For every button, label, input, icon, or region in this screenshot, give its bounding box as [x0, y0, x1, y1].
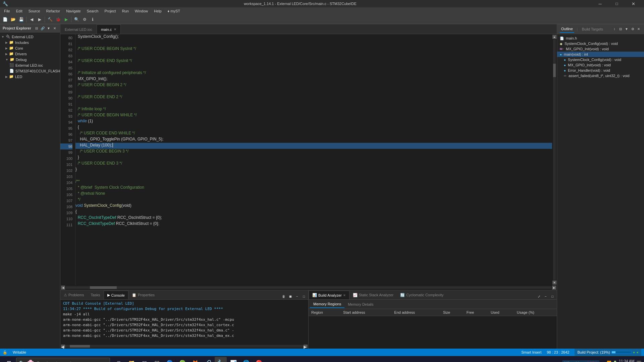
app5-btn[interactable]: 🔴 — [253, 357, 265, 362]
outline-item-assert[interactable]: ✏ assert_failed(uint8_t*, uint32_t) : vo… — [557, 73, 644, 78]
tb-debug[interactable]: 🐞 — [54, 16, 62, 23]
tree-item-core[interactable]: ▶ 📁 Core — [0, 45, 60, 51]
edge-btn[interactable]: 🔵 — [164, 357, 176, 362]
close-button[interactable]: ✕ — [626, 0, 641, 7]
scroll-down-btn[interactable]: ▼ — [552, 281, 556, 285]
tab-static-stack[interactable]: 📈 Static Stack Analyzer — [350, 291, 397, 299]
pe-collapse-btn[interactable]: ⊟ — [34, 25, 39, 31]
outline-close-btn[interactable]: ✕ — [636, 26, 641, 32]
tree-item-ld[interactable]: 📄 STM32F401CCUX_FLASH.ld — [0, 68, 60, 74]
console-h-scrollbar[interactable]: ◀ ▶ — [60, 344, 308, 349]
console-clear-btn[interactable]: 🗑 — [281, 293, 287, 299]
panel-max-btn[interactable]: □ — [301, 293, 307, 299]
panel-min-btn[interactable]: − — [294, 293, 300, 299]
tree-item-drivers[interactable]: ▶ 📁 Drivers — [0, 51, 60, 57]
tb-search[interactable]: 🔍 — [73, 16, 80, 23]
app1-btn[interactable]: 🎮 — [151, 357, 163, 362]
outline-filter-btn[interactable]: ▼ — [624, 26, 629, 32]
outline-collapse-btn[interactable]: ⊟ — [618, 26, 623, 32]
app4-btn[interactable]: 🌐 — [240, 357, 252, 362]
ba-ext-btn[interactable]: ⤢ — [536, 293, 542, 299]
console-stop-btn[interactable]: ⏹ — [287, 293, 293, 299]
tree-item-project[interactable]: ▼ 🔌 External LED — [0, 34, 60, 40]
menu-myst[interactable]: ♦ myST — [165, 8, 183, 14]
scroll-track[interactable] — [553, 40, 556, 280]
tab-close-icon[interactable]: ✕ — [114, 27, 116, 31]
sys-battery-icon[interactable]: 🔋 — [613, 361, 618, 362]
menu-help[interactable]: Help — [151, 8, 164, 14]
tb-save[interactable]: 💾 — [17, 16, 25, 23]
outline-item-main[interactable]: ● main(void) : int — [557, 52, 644, 57]
menu-navigate[interactable]: Navigate — [63, 8, 83, 14]
tb-build[interactable]: 🔨 — [46, 16, 54, 23]
tab-build-targets[interactable]: Build Targets — [581, 26, 604, 33]
ide-btn[interactable]: 🔧 — [215, 357, 227, 362]
scroll-left-btn[interactable]: ◀ — [61, 286, 65, 290]
tab-main[interactable]: main.c ✕ — [97, 24, 121, 34]
sys-wifi-icon[interactable]: 📶 — [607, 361, 611, 362]
scroll-up-btn[interactable]: ▲ — [552, 35, 556, 39]
mail-btn[interactable]: ✉ — [138, 357, 150, 362]
tree-item-includes[interactable]: ▶ 📁 Includes — [0, 40, 60, 45]
app3-btn[interactable]: 📊 — [227, 357, 239, 362]
tab-cyclomatic[interactable]: 🔄 Cyclomatic Complexity — [397, 291, 447, 299]
tab-tasks[interactable]: Tasks — [87, 291, 103, 299]
sys-notif-icon[interactable]: 🔺 — [601, 361, 605, 362]
pe-link-btn[interactable]: 🔗 — [40, 25, 45, 31]
minimize-button[interactable]: ─ — [592, 0, 608, 7]
outline-item-mxgpio[interactable]: M↑ MX_GPIO_Init(void) : void — [557, 46, 644, 52]
con-hs-left[interactable]: ◀ — [61, 345, 65, 348]
tree-item-led[interactable]: ▶ 📁 LED — [0, 74, 60, 79]
tab-properties[interactable]: 📋 Properties — [128, 291, 158, 299]
outline-item-error[interactable]: ● Error_Handler(void) : void — [557, 68, 644, 73]
outline-item-mxgpio2[interactable]: ● MX_GPIO_Init(void) : void — [557, 62, 644, 68]
horizontal-scrollbar[interactable]: ◀ ▶ — [60, 285, 557, 290]
pe-filter-btn[interactable]: ▼ — [46, 25, 51, 31]
start-button[interactable]: ⊞ — [3, 357, 15, 362]
tb-fwd[interactable]: ▶ — [36, 16, 43, 23]
outline-settings-btn[interactable]: ⚙ — [630, 26, 635, 32]
tab-build-analyzer[interactable]: 📊 Build Analyzer ✕ — [309, 291, 350, 299]
chrome-btn[interactable]: 🟢 — [176, 357, 189, 362]
memory-details-tab[interactable]: Memory Details — [344, 301, 377, 308]
code-line-highlighted[interactable]: HAL_Delay (100); — [75, 143, 552, 149]
tb-new[interactable]: 📄 — [1, 16, 9, 23]
explorer-btn[interactable]: 📁 — [125, 357, 138, 362]
h-scroll-track[interactable] — [66, 286, 551, 289]
h-scroll-thumb[interactable] — [90, 286, 117, 289]
con-hs-track[interactable] — [65, 345, 304, 348]
tb-settings[interactable]: ⚙ — [81, 16, 88, 23]
menu-project[interactable]: Project — [102, 8, 118, 14]
vertical-scrollbar[interactable]: ▲ ▼ — [552, 34, 557, 285]
con-hs-thumb[interactable] — [70, 345, 90, 348]
tb-back[interactable]: ◀ — [28, 16, 35, 23]
firefox-btn[interactable]: 🦊 — [189, 357, 201, 362]
outline-item-mainh[interactable]: 📄 main.h — [557, 36, 644, 41]
pe-close-btn[interactable]: ✕ — [52, 25, 57, 31]
tb-open[interactable]: 📂 — [9, 16, 17, 23]
menu-source[interactable]: Source — [26, 8, 43, 14]
sys-time-area[interactable]: 11:34 AM 4/15/2024 — [619, 359, 635, 362]
taskview-btn[interactable]: ⧉ — [113, 357, 125, 362]
menu-file[interactable]: File — [1, 8, 13, 14]
sys-notification-btn[interactable]: 1 — [637, 361, 641, 362]
taskbar-search[interactable]: 🔍 🌸 — [16, 358, 110, 362]
tab-ioc[interactable]: External LED.ioc — [60, 24, 97, 34]
tree-item-debug[interactable]: ▼ 📁 Debug — [0, 57, 60, 62]
menu-edit[interactable]: Edit — [13, 8, 25, 14]
menu-run[interactable]: Run — [119, 8, 131, 14]
ba-max-btn[interactable]: □ — [549, 293, 555, 299]
tb-run[interactable]: ▶ — [62, 16, 70, 23]
tab-problems[interactable]: ⚠ Problems — [60, 291, 87, 299]
code-content[interactable]: SystemClock_Config(); /* USER CODE BEGIN… — [75, 34, 552, 285]
search-input[interactable] — [37, 361, 107, 362]
tree-item-ioc[interactable]: ⬛ External LED.ioc — [0, 62, 60, 68]
outline-item-sysclock[interactable]: ◆ SystemClock_Config(void) : void — [557, 41, 644, 46]
tb-info[interactable]: ℹ — [89, 16, 96, 23]
con-hs-right[interactable]: ▶ — [304, 345, 308, 348]
memory-regions-tab[interactable]: Memory Regions — [310, 301, 344, 308]
outline-sync-btn[interactable]: ↕ — [612, 26, 617, 32]
menu-window[interactable]: Window — [132, 8, 151, 14]
app2-btn[interactable]: 🔗 — [202, 357, 214, 362]
menu-refactor[interactable]: Refactor — [44, 8, 63, 14]
